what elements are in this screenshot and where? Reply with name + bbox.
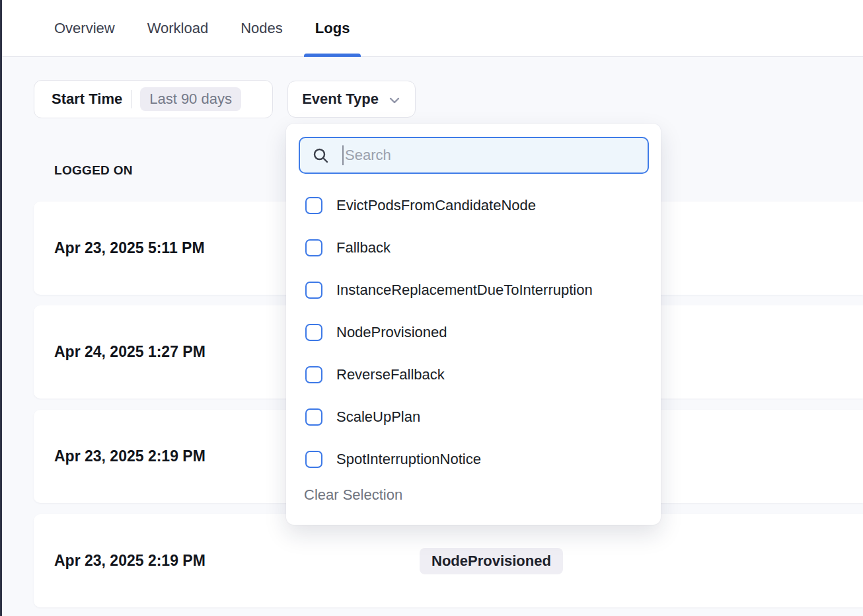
logged-on-value: Apr 24, 2025 1:27 PM bbox=[54, 343, 206, 361]
tab-bar: Overview Workload Nodes Logs bbox=[0, 0, 863, 57]
option-label: InstanceReplacementDueToInterruption bbox=[336, 282, 593, 299]
option-label: NodeProvisioned bbox=[336, 324, 447, 341]
event-type-badge: NodeProvisioned bbox=[420, 548, 563, 574]
search-icon bbox=[312, 147, 330, 165]
checkbox-unchecked[interactable] bbox=[305, 451, 322, 468]
option-spotinterruptionnotice[interactable]: SpotInterruptionNotice bbox=[286, 438, 661, 481]
tab-workload-label: Workload bbox=[147, 20, 209, 37]
tab-overview[interactable]: Overview bbox=[54, 0, 115, 57]
event-type-dropdown: EvictPodsFromCandidateNode Fallback Inst… bbox=[286, 124, 661, 525]
option-label: Fallback bbox=[336, 239, 391, 256]
checkbox-unchecked[interactable] bbox=[305, 408, 322, 426]
text-cursor bbox=[342, 145, 344, 165]
checkbox-unchecked[interactable] bbox=[305, 324, 322, 341]
option-label: EvictPodsFromCandidateNode bbox=[336, 197, 536, 214]
option-label: SpotInterruptionNotice bbox=[336, 451, 481, 468]
start-time-value-pill[interactable]: Last 90 days bbox=[140, 87, 241, 111]
log-row[interactable]: Apr 23, 2025 2:19 PM NodeProvisioned bbox=[34, 514, 863, 607]
option-instancereplacementduetointerruption[interactable]: InstanceReplacementDueToInterruption bbox=[286, 269, 661, 311]
chevron-down-icon bbox=[388, 94, 401, 107]
filter-divider bbox=[131, 90, 131, 108]
event-type-filter-label: Event Type bbox=[302, 91, 379, 108]
option-nodeprovisioned[interactable]: NodeProvisioned bbox=[286, 311, 661, 354]
active-tab-underline bbox=[304, 54, 361, 57]
clear-selection-button[interactable]: Clear Selection bbox=[304, 486, 402, 504]
logged-on-value: Apr 23, 2025 2:19 PM bbox=[54, 552, 206, 570]
tab-workload[interactable]: Workload bbox=[147, 0, 209, 57]
dropdown-search-box[interactable] bbox=[299, 137, 649, 174]
option-fallback[interactable]: Fallback bbox=[286, 227, 661, 269]
tab-nodes-label: Nodes bbox=[241, 20, 283, 37]
search-input[interactable] bbox=[345, 147, 648, 164]
logged-on-column-header: LOGGED ON bbox=[54, 163, 133, 178]
option-evictpodsfromcandidatenode[interactable]: EvictPodsFromCandidateNode bbox=[286, 184, 661, 227]
option-scaleupplan[interactable]: ScaleUpPlan bbox=[286, 396, 661, 438]
tab-nodes[interactable]: Nodes bbox=[241, 0, 283, 57]
logged-on-value: Apr 23, 2025 2:19 PM bbox=[54, 447, 206, 465]
sidebar-edge bbox=[0, 0, 2, 616]
option-reversefallback[interactable]: ReverseFallback bbox=[286, 354, 661, 396]
checkbox-unchecked[interactable] bbox=[305, 282, 322, 299]
event-type-options-list: EvictPodsFromCandidateNode Fallback Inst… bbox=[286, 184, 661, 481]
logged-on-value: Apr 23, 2025 5:11 PM bbox=[54, 239, 205, 257]
tab-overview-label: Overview bbox=[54, 20, 115, 37]
start-time-filter-label: Start Time bbox=[52, 91, 122, 108]
tabs: Overview Workload Nodes Logs bbox=[54, 0, 350, 57]
checkbox-unchecked[interactable] bbox=[305, 239, 322, 256]
option-label: ScaleUpPlan bbox=[336, 408, 420, 426]
tab-logs-label: Logs bbox=[315, 20, 350, 37]
tab-logs[interactable]: Logs bbox=[315, 0, 350, 57]
start-time-filter[interactable]: Start Time Last 90 days bbox=[34, 80, 273, 118]
event-type-filter-button[interactable]: Event Type bbox=[287, 81, 416, 118]
option-label: ReverseFallback bbox=[336, 366, 445, 383]
checkbox-unchecked[interactable] bbox=[305, 197, 322, 214]
checkbox-unchecked[interactable] bbox=[305, 366, 322, 383]
